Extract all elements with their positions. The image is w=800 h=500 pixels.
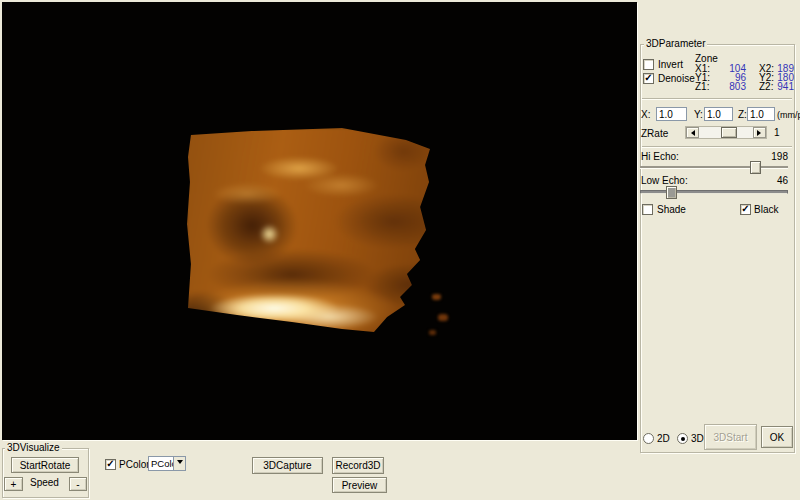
hi-echo-slider-track[interactable] — [640, 166, 788, 169]
scale-unit: (mm/p) — [777, 110, 800, 120]
checkmark-icon: ✓ — [644, 72, 652, 83]
checkmark-icon: ✓ — [741, 203, 749, 214]
ultrasound-texture — [185, 126, 433, 338]
speed-label: Speed — [30, 478, 59, 488]
mode-3d-label: 3D — [691, 434, 704, 444]
black-label: Black — [754, 205, 778, 215]
ultrasound-3d-app: { "viewport": { "content": "3D ultrasoun… — [0, 0, 800, 500]
parameter-groupbox — [640, 44, 795, 453]
ultrasound-image — [185, 126, 433, 338]
mode-2d-radio[interactable] — [643, 433, 654, 444]
scale-y-label: Y: — [694, 110, 703, 120]
ultrasound-speck — [438, 314, 448, 321]
speed-plus-button[interactable]: + — [4, 477, 23, 491]
zrate-label: ZRate — [641, 129, 668, 139]
record-3d-button[interactable]: Record3D — [332, 457, 384, 474]
parameter-group-title: 3DParameter — [644, 39, 707, 49]
invert-label: Invert — [658, 60, 683, 70]
divider — [642, 146, 792, 148]
zrate-value: 1 — [774, 128, 780, 138]
start-rotate-button[interactable]: StartRotate — [11, 457, 79, 473]
render-viewport[interactable] — [2, 2, 637, 440]
pcolor-checkbox[interactable]: ✓ — [105, 459, 116, 470]
zrate-scrollbar[interactable] — [685, 126, 767, 139]
scroll-left-icon — [688, 130, 695, 136]
low-echo-label: Low Echo: — [641, 176, 688, 186]
scale-x-label: X: — [641, 110, 650, 120]
low-echo-value: 46 — [756, 176, 788, 186]
low-echo-slider-track[interactable] — [640, 190, 788, 194]
zone-z1-label: Z1: — [695, 82, 709, 92]
speed-minus-button[interactable]: - — [69, 477, 87, 491]
denoise-checkbox[interactable]: ✓ — [643, 73, 654, 84]
denoise-label: Denoise — [658, 74, 695, 84]
shade-label: Shade — [657, 205, 686, 215]
black-checkbox[interactable]: ✓ — [740, 204, 751, 215]
zone-z2-value: 941 — [772, 82, 794, 92]
zrate-scroll-thumb[interactable] — [721, 127, 737, 138]
visualize-group-title: 3DVisualize — [5, 443, 62, 453]
scale-x-input[interactable] — [656, 107, 687, 121]
mode-2d-label: 2D — [657, 434, 670, 444]
ultrasound-speck — [432, 294, 441, 300]
chevron-down-icon — [177, 460, 183, 467]
scale-z-input[interactable] — [747, 107, 775, 121]
ok-button[interactable]: OK — [761, 426, 793, 448]
zone-z1-value: 803 — [716, 82, 746, 92]
hi-echo-label: Hi Echo: — [641, 152, 679, 162]
invert-checkbox[interactable] — [643, 59, 654, 70]
pcolor-dropdown-button[interactable] — [173, 457, 185, 470]
capture-3d-button[interactable]: 3DCapture — [252, 457, 323, 474]
start3d-button[interactable]: 3DStart — [704, 424, 757, 450]
radio-dot-icon — [681, 437, 685, 441]
scale-z-label: Z: — [738, 110, 747, 120]
pcolor-label: PColor — [119, 460, 150, 470]
zrate-scroll-right-button[interactable] — [753, 127, 766, 138]
ultrasound-speck — [429, 330, 436, 335]
scroll-right-icon — [757, 130, 764, 136]
divider — [642, 98, 792, 100]
zrate-scroll-left-button[interactable] — [686, 127, 699, 138]
mode-3d-radio[interactable] — [677, 433, 688, 444]
preview-button[interactable]: Preview — [332, 477, 387, 493]
low-echo-slider-thumb[interactable] — [666, 186, 677, 199]
shade-checkbox[interactable] — [642, 204, 653, 215]
scale-y-input[interactable] — [704, 107, 733, 121]
checkmark-icon: ✓ — [106, 458, 114, 469]
pcolor-dropdown[interactable]: PColor — [148, 456, 186, 471]
hi-echo-slider-thumb[interactable] — [750, 161, 761, 174]
